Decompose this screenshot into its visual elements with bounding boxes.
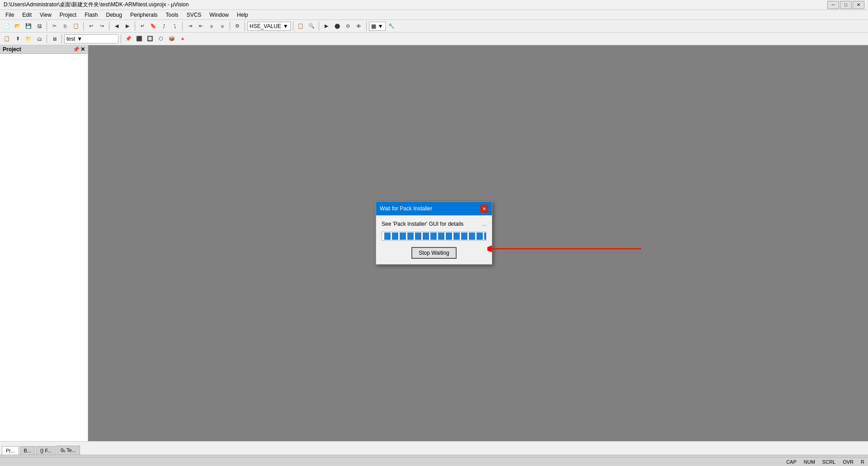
status-cap: CAP xyxy=(786,459,797,465)
sidebar-header: Project 📌 ✕ xyxy=(0,45,88,54)
close-button[interactable]: ✕ xyxy=(853,1,864,9)
indent2-button[interactable]: ≡ xyxy=(207,21,217,31)
tb2-components[interactable]: ⬡ xyxy=(156,34,166,44)
target-dropdown[interactable]: test ▼ xyxy=(64,34,118,43)
separator9 xyxy=(319,22,319,31)
tab-books-label: B... xyxy=(24,448,32,453)
minimize-button[interactable]: ─ xyxy=(827,1,839,9)
status-bar: CAP NUM SCRL OVR R xyxy=(0,457,868,466)
status-num: NUM xyxy=(804,459,815,465)
paste-button[interactable]: 📋 xyxy=(71,21,81,31)
undo-button[interactable]: ↩ xyxy=(86,21,96,31)
view-icon: ▦ xyxy=(371,23,376,29)
dialog-close-button[interactable]: ✕ xyxy=(480,204,488,213)
insert-button[interactable]: ↵ xyxy=(137,21,147,31)
sidebar-title: Project xyxy=(3,46,21,52)
hse-dropdown-arrow[interactable]: ▼ xyxy=(283,23,288,29)
new-file-button[interactable]: 📄 xyxy=(2,21,12,31)
sidebar-close-icon[interactable]: ✕ xyxy=(80,46,85,52)
menu-flash[interactable]: Flash xyxy=(81,11,101,19)
view-dropdown-arrow[interactable]: ▼ xyxy=(378,23,383,29)
prev-bookmark-button[interactable]: ⤴ xyxy=(159,21,169,31)
dialog-dots: ... xyxy=(482,221,486,227)
tb2-btn4[interactable]: 🗂 xyxy=(34,34,44,44)
menu-svcs[interactable]: SVCS xyxy=(183,11,205,19)
tab-templates[interactable]: 0₀ Te... xyxy=(57,446,80,455)
open-file-button[interactable]: 📂 xyxy=(13,21,23,31)
separator xyxy=(47,22,47,31)
config-button[interactable]: 🔧 xyxy=(387,21,396,31)
menu-bar: File Edit View Project Flash Debug Perip… xyxy=(0,10,868,20)
tab-project-label: Pr... xyxy=(6,448,15,453)
next-bookmark-button[interactable]: ⤵ xyxy=(170,21,180,31)
tb2-pin[interactable]: 📌 xyxy=(123,34,133,44)
nav-fwd-button[interactable]: ▶ xyxy=(123,21,132,31)
main-area: Project 📌 ✕ Wait for Pack Installer ✕ Se… xyxy=(0,45,868,441)
separator7 xyxy=(245,22,245,31)
maximize-button[interactable]: □ xyxy=(840,1,852,9)
sidebar-icons: 📌 ✕ xyxy=(73,46,85,52)
hse-value-label: HSE_VALUE xyxy=(250,23,281,29)
menu-project[interactable]: Project xyxy=(56,11,80,19)
outdent2-button[interactable]: ≡ xyxy=(217,21,227,31)
breakpoint-button[interactable]: ⊘ xyxy=(343,21,353,31)
separator4 xyxy=(135,22,135,31)
stop-button[interactable]: ⬤ xyxy=(332,21,342,31)
tab-project[interactable]: Pr... xyxy=(2,446,19,455)
window-controls: ─ □ ✕ xyxy=(827,1,864,9)
tb2-extra[interactable]: 🔺 xyxy=(178,34,188,44)
watch-button[interactable]: 👁 xyxy=(354,21,364,31)
bookmark-button[interactable]: 🔖 xyxy=(148,21,158,31)
stop-waiting-button[interactable]: Stop Waiting xyxy=(411,247,457,259)
target-settings-button[interactable]: 📋 xyxy=(296,21,306,31)
menu-file[interactable]: File xyxy=(2,11,18,19)
copy-button[interactable]: ⎘ xyxy=(60,21,70,31)
tb2-btn1[interactable]: 📋 xyxy=(2,34,12,44)
search-button[interactable]: 🔍 xyxy=(307,21,316,31)
build-icon-button[interactable]: ⚙ xyxy=(232,21,242,31)
menu-help[interactable]: Help xyxy=(233,11,252,19)
title-bar: D:\Users\Administrator\桌面\新建文件夹\test\MDK… xyxy=(0,0,868,10)
menu-view[interactable]: View xyxy=(36,11,55,19)
cut-button[interactable]: ✂ xyxy=(49,21,59,31)
pin-icon[interactable]: 📌 xyxy=(73,46,80,52)
tab-functions[interactable]: {} F... xyxy=(36,446,56,455)
progress-bar xyxy=(382,232,486,241)
indent-button[interactable]: ⇥ xyxy=(185,21,195,31)
dialog-message-text: See 'Pack Installer' GUI for details xyxy=(382,221,463,227)
menu-window[interactable]: Window xyxy=(206,11,232,19)
status-scrl: SCRL xyxy=(822,459,835,465)
menu-debug[interactable]: Debug xyxy=(103,11,126,19)
tb2-chip[interactable]: 🔲 xyxy=(145,34,155,44)
menu-tools[interactable]: Tools xyxy=(162,11,182,19)
separator3 xyxy=(109,22,109,31)
content-area: Wait for Pack Installer ✕ See 'Pack Inst… xyxy=(88,45,868,441)
tb2-pack[interactable]: 📦 xyxy=(167,34,177,44)
run-button[interactable]: ▶ xyxy=(321,21,331,31)
separator-t2c xyxy=(121,34,121,43)
tb2-btn2[interactable]: ⬆ xyxy=(13,34,23,44)
target-arrow[interactable]: ▼ xyxy=(77,36,82,42)
dialog-overlay: Wait for Pack Installer ✕ See 'Pack Inst… xyxy=(0,0,868,466)
status-r: R xyxy=(861,459,864,465)
menu-edit[interactable]: Edit xyxy=(19,11,35,19)
separator2 xyxy=(83,22,84,31)
toolbar-2: 📋 ⬆ 📁 🗂 🖥 test ▼ 📌 ⬛ 🔲 ⬡ 📦 🔺 xyxy=(0,33,868,45)
outdent-button[interactable]: ⇤ xyxy=(196,21,206,31)
save-button[interactable]: 💾 xyxy=(24,21,33,31)
nav-back-button[interactable]: ◀ xyxy=(112,21,122,31)
view-dropdown[interactable]: ▦ ▼ xyxy=(369,22,386,31)
separator5 xyxy=(182,22,183,31)
tb2-cube[interactable]: ⬛ xyxy=(134,34,144,44)
separator6 xyxy=(230,22,230,31)
tab-templates-label: 0₀ Te... xyxy=(61,447,76,453)
save-all-button[interactable]: 🖫 xyxy=(34,21,44,31)
status-ovr: OVR xyxy=(843,459,854,465)
tab-books[interactable]: B... xyxy=(20,446,36,455)
dialog: Wait for Pack Installer ✕ See 'Pack Inst… xyxy=(376,201,492,265)
tb2-btn3[interactable]: 📁 xyxy=(24,34,33,44)
hse-dropdown[interactable]: HSE_VALUE ▼ xyxy=(247,22,291,31)
tb2-btn5[interactable]: 🖥 xyxy=(49,34,59,44)
menu-peripherals[interactable]: Peripherals xyxy=(127,11,161,19)
redo-button[interactable]: ↪ xyxy=(97,21,107,31)
